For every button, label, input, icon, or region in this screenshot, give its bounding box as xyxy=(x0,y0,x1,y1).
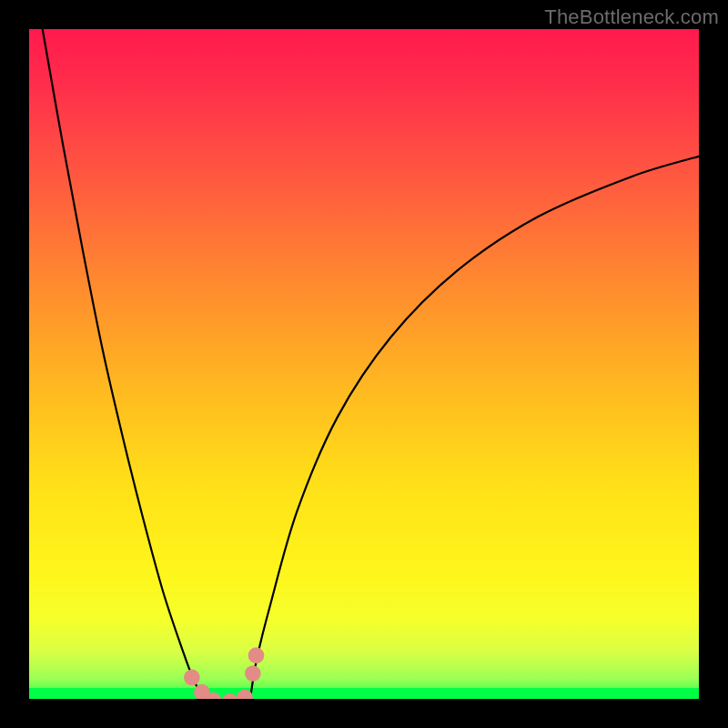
curve-left xyxy=(43,29,204,699)
bottleneck-curve xyxy=(29,29,699,699)
outer-frame: TheBottleneck.com xyxy=(0,0,728,728)
trough-dot xyxy=(248,647,265,663)
trough-dot xyxy=(222,693,238,699)
plot-area xyxy=(29,29,699,699)
watermark-text: TheBottleneck.com xyxy=(544,5,719,29)
curve-right xyxy=(250,157,699,699)
trough-dot xyxy=(245,665,261,682)
trough-dot xyxy=(184,670,200,686)
